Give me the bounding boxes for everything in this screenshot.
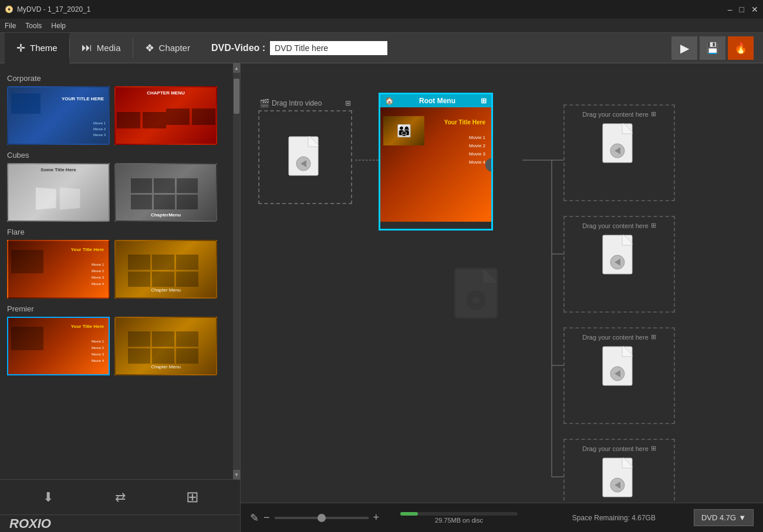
- dvd-label: DVD-Video :: [211, 43, 265, 53]
- root-menu-header: 🏠 Root Menu ⊞: [380, 94, 491, 107]
- svg-point-3: [472, 297, 480, 304]
- preview-nav-button[interactable]: ‹: [485, 158, 491, 172]
- burn-icon: 🔥: [734, 42, 747, 55]
- minimize-button[interactable]: –: [728, 5, 732, 14]
- zone-2-file-icon: [602, 234, 637, 278]
- grid-icon: ⊞: [345, 99, 351, 107]
- burn-button[interactable]: 🔥: [728, 36, 754, 60]
- film-icon: 🎬: [259, 99, 269, 108]
- left-bottom-toolbar: ⬇ ⇄ ⊞: [0, 479, 240, 514]
- add-button[interactable]: ⊞: [178, 486, 207, 509]
- import-button[interactable]: ⬇: [33, 486, 63, 509]
- left-panel: Corporate YOUR TITLE HERE Movie 1Movie 2…: [0, 63, 241, 532]
- toolbar: ✛ Theme ⏭ Media ❖ Chapter DVD-Video : ▶ …: [0, 33, 763, 63]
- disc-type-button[interactable]: DVD 4.7G ▼: [694, 509, 754, 526]
- intro-header: 🎬 Drag Intro video ⊞: [259, 99, 351, 108]
- zone-3-header: Drag your content here ⊞: [582, 333, 656, 341]
- content: Corporate YOUR TITLE HERE Movie 1Movie 2…: [0, 63, 763, 532]
- zone-2-header: Drag your content here ⊞: [582, 222, 656, 229]
- zone-1-label: Drag your content here: [582, 111, 649, 118]
- category-premier: Premier: [7, 304, 226, 313]
- content-zone-1[interactable]: Drag your content here ⊞: [563, 104, 675, 201]
- close-button[interactable]: ✕: [751, 5, 758, 14]
- menu-tools[interactable]: Tools: [25, 22, 42, 30]
- theme-item-premier1[interactable]: Your Title Here Movie 1Movie 2Movie 3Mov…: [7, 317, 110, 375]
- menubar: File Tools Help: [0, 19, 763, 33]
- zone-3-file-icon: [602, 345, 637, 389]
- play-button[interactable]: ▶: [671, 36, 697, 60]
- right-panel: 🎬 Drag Intro video ⊞: [241, 63, 763, 532]
- zone-2-label: Drag your content here: [582, 222, 649, 229]
- dvd-title-area: DVD-Video :: [202, 41, 671, 55]
- content-zone-4[interactable]: Drag your content here ⊞: [563, 439, 675, 503]
- refresh-button[interactable]: ⇄: [106, 486, 135, 509]
- titlebar-title: 📀 MyDVD - 1_17_2020_1: [5, 5, 90, 13]
- preview-photo: 👨‍👩‍👧: [383, 116, 424, 145]
- root-menu-label: Root Menu: [419, 97, 455, 105]
- zoom-slider[interactable]: [275, 517, 369, 519]
- tab-chapter-label: Chapter: [159, 43, 190, 53]
- theme-icon: ✛: [16, 42, 25, 55]
- titlebar: 📀 MyDVD - 1_17_2020_1 – □ ✕: [0, 0, 763, 19]
- preview-list: Movie 1 Movie 2 Movie 3 Movie 4: [469, 134, 485, 167]
- intro-label: Drag Intro video: [272, 99, 322, 107]
- theme-item-flare2[interactable]: Chapter Menu: [114, 240, 217, 299]
- play-icon: ▶: [680, 41, 689, 55]
- tab-chapter[interactable]: ❖ Chapter: [133, 33, 202, 63]
- left-panel-inner: Corporate YOUR TITLE HERE Movie 1Movie 2…: [0, 63, 240, 479]
- dvd-title-input[interactable]: [270, 41, 387, 55]
- menu-file[interactable]: File: [5, 22, 16, 30]
- tab-theme[interactable]: ✛ Theme: [5, 33, 69, 63]
- preview-title: Your Title Here: [444, 119, 485, 126]
- root-menu-preview: 👨‍👩‍👧 Your Title Here Movie 1 Movie 2 Mo…: [380, 107, 491, 222]
- scroll-thumb[interactable]: [234, 79, 239, 114]
- theme-item-cubes1[interactable]: Some Title Here: [7, 163, 110, 222]
- root-menu-box[interactable]: 🏠 Root Menu ⊞ 👨‍👩‍👧 Your Title Here: [379, 93, 493, 231]
- roxio-logo: ROXIO: [9, 516, 51, 531]
- zoom-plus-button[interactable]: +: [373, 511, 380, 524]
- scroll-down-button[interactable]: ▼: [233, 470, 240, 479]
- titlebar-text: MyDVD - 1_17_2020_1: [17, 5, 90, 13]
- intro-file-icon: [288, 135, 323, 179]
- content-zone-3[interactable]: Drag your content here ⊞: [563, 327, 675, 424]
- chapter-icon: ❖: [145, 42, 154, 55]
- zone-4-header: Drag your content here ⊞: [582, 445, 656, 452]
- zone-4-file-icon: [602, 457, 637, 501]
- disc-fill: [400, 512, 418, 516]
- disc-type-label: DVD 4.7G: [701, 513, 736, 522]
- zone-1-grid-icon: ⊞: [651, 110, 656, 118]
- media-icon: ⏭: [82, 42, 92, 54]
- theme-scrollbar[interactable]: ▲ ▼: [233, 63, 240, 479]
- menu-help[interactable]: Help: [51, 22, 66, 30]
- maximize-button[interactable]: □: [740, 5, 744, 14]
- app: ✛ Theme ⏭ Media ❖ Chapter DVD-Video : ▶ …: [0, 33, 763, 532]
- disc-usage-bar: [400, 512, 518, 516]
- statusbar-left: ✎ − +: [250, 511, 379, 524]
- theme-item-corp2[interactable]: CHAPTER MENU: [114, 86, 217, 145]
- zone-4-grid-icon: ⊞: [651, 445, 656, 452]
- theme-item-premier2[interactable]: Chapter Menu: [114, 317, 217, 375]
- tab-media[interactable]: ⏭ Media: [70, 33, 133, 63]
- theme-grid-premier: Your Title Here Movie 1Movie 2Movie 3Mov…: [7, 317, 226, 375]
- disc-info: 29.75MB on disc: [384, 512, 534, 524]
- add-icon: ⊞: [186, 488, 199, 506]
- theme-item-cubes2[interactable]: ChapterMenu: [114, 163, 217, 222]
- scroll-up-button[interactable]: ▲: [233, 63, 240, 73]
- status-edit-icon[interactable]: ✎: [250, 511, 259, 524]
- toolbar-actions: ▶ 💾 🔥: [671, 36, 758, 60]
- titlebar-controls[interactable]: – □ ✕: [728, 5, 758, 14]
- theme-item-corp1[interactable]: YOUR TITLE HERE Movie 1Movie 2Movie 3: [7, 86, 110, 145]
- theme-list: Corporate YOUR TITLE HERE Movie 1Movie 2…: [0, 63, 233, 479]
- zone-2-grid-icon: ⊞: [651, 222, 656, 229]
- watermark: [441, 262, 511, 334]
- disc-usage-text: 29.75MB on disc: [384, 517, 534, 524]
- statusbar: ✎ − + 29.75MB on disc Space Remaining: 4…: [241, 503, 763, 532]
- zoom-minus-button[interactable]: −: [264, 511, 270, 524]
- space-remaining: Space Remaining: 4.67GB: [539, 514, 689, 522]
- theme-item-flare1[interactable]: Your Title Here Movie 1Movie 2Movie 3Mov…: [7, 240, 110, 299]
- content-zone-2[interactable]: Drag your content here ⊞: [563, 216, 675, 313]
- zone-1-header: Drag your content here ⊞: [582, 110, 656, 118]
- save-button[interactable]: 💾: [700, 36, 725, 60]
- import-icon: ⬇: [43, 490, 53, 505]
- intro-video-zone[interactable]: 🎬 Drag Intro video ⊞: [258, 110, 352, 204]
